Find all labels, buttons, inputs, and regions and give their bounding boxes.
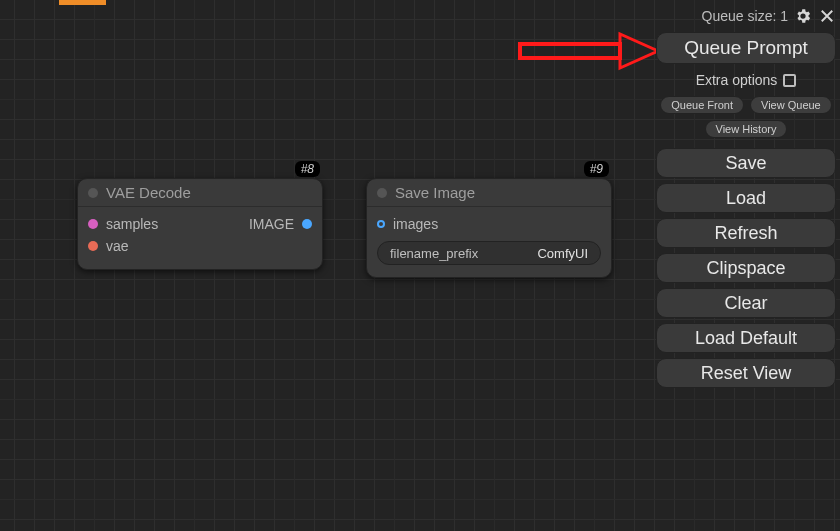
clear-button[interactable]: Clear xyxy=(656,288,836,318)
input-label: images xyxy=(393,216,438,232)
load-button[interactable]: Load xyxy=(656,183,836,213)
input-label: vae xyxy=(106,238,129,254)
save-button[interactable]: Save xyxy=(656,148,836,178)
input-port-images-icon[interactable] xyxy=(377,220,385,228)
node-title-text: VAE Decode xyxy=(106,184,191,201)
clipspace-button[interactable]: Clipspace xyxy=(656,253,836,283)
node-vae-decode[interactable]: #8 VAE Decode samples IMAGE vae xyxy=(77,178,323,270)
collapse-dot-icon[interactable] xyxy=(377,188,387,198)
collapse-dot-icon[interactable] xyxy=(88,188,98,198)
queue-prompt-button[interactable]: Queue Prompt xyxy=(656,32,836,64)
control-panel: Queue size: 1 Queue Prompt Extra options… xyxy=(656,6,836,388)
progress-strip xyxy=(59,0,106,5)
queue-front-button[interactable]: Queue Front xyxy=(660,96,744,114)
extra-options-label: Extra options xyxy=(696,72,778,88)
output-label: IMAGE xyxy=(249,216,294,232)
node-badge: #8 xyxy=(295,161,320,177)
input-port-vae-icon[interactable] xyxy=(88,241,98,251)
input-port-samples-icon[interactable] xyxy=(88,219,98,229)
view-queue-button[interactable]: View Queue xyxy=(750,96,832,114)
view-history-button[interactable]: View History xyxy=(705,120,788,138)
node-title-text: Save Image xyxy=(395,184,475,201)
close-icon[interactable] xyxy=(818,7,836,25)
widget-label: filename_prefix xyxy=(390,246,478,261)
node-save-image[interactable]: #9 Save Image images filename_prefix Com… xyxy=(366,178,612,278)
input-label: samples xyxy=(106,216,158,232)
queue-size-label: Queue size: 1 xyxy=(702,8,788,24)
filename-prefix-widget[interactable]: filename_prefix ComfyUI xyxy=(377,241,601,265)
extra-options-row[interactable]: Extra options xyxy=(656,70,836,90)
refresh-button[interactable]: Refresh xyxy=(656,218,836,248)
reset-view-button[interactable]: Reset View xyxy=(656,358,836,388)
node-titlebar[interactable]: VAE Decode xyxy=(78,179,322,207)
node-titlebar[interactable]: Save Image xyxy=(367,179,611,207)
output-port-image-icon[interactable] xyxy=(302,219,312,229)
extra-options-checkbox[interactable] xyxy=(783,74,796,87)
load-default-button[interactable]: Load Default xyxy=(656,323,836,353)
gear-icon[interactable] xyxy=(794,7,812,25)
node-badge: #9 xyxy=(584,161,609,177)
widget-value: ComfyUI xyxy=(537,246,588,261)
